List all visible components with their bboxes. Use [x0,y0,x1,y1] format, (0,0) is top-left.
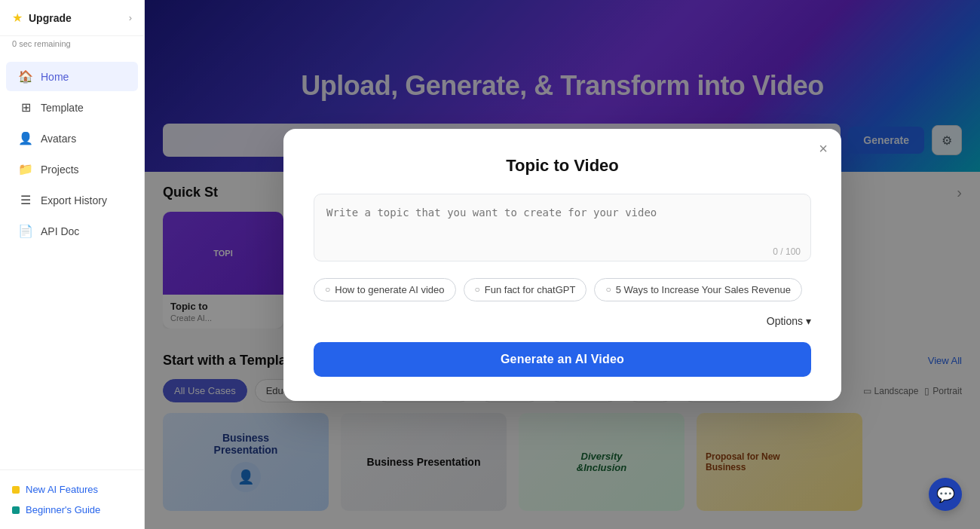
chat-icon: 💬 [936,485,955,503]
modal-title: Topic to Video [314,156,811,176]
sidebar-item-template[interactable]: ⊞ Template [6,93,138,122]
options-label: Options [767,315,803,327]
char-count: 0 / 100 [773,246,801,257]
sidebar-item-label-export-history: Export History [41,194,107,206]
sidebar-item-home[interactable]: 🏠 Home [6,62,138,91]
beginners-label: Beginner's Guide [26,504,100,515]
chip-label-ai-video: How to generate AI video [335,284,444,295]
chip-icon-ai-video: ○ [325,284,330,295]
avatars-icon: 👤 [18,131,33,145]
chip-sales[interactable]: ○ 5 Ways to Increase Your Sales Revenue [594,278,801,301]
modal-close-button[interactable]: × [819,141,828,156]
new-ai-label: New AI Features [26,484,98,495]
projects-icon: 📁 [18,162,33,176]
sidebar-bottom: New AI Features Beginner's Guide [0,469,144,529]
sidebar-item-label-projects: Projects [41,164,79,176]
sidebar-item-export-history[interactable]: ☰ Export History [6,185,138,215]
sidebar-item-avatars[interactable]: 👤 Avatars [6,124,138,153]
upgrade-label: Upgrade [29,12,72,24]
chip-ai-video[interactable]: ○ How to generate AI video [314,278,456,301]
textarea-wrapper: 0 / 100 [314,194,811,264]
new-ai-dot [12,486,20,494]
sidebar-item-api-doc[interactable]: 📄 API Doc [6,216,138,246]
chip-label-chatgpt: Fun fact for chatGPT [485,284,576,295]
export-history-icon: ☰ [18,193,33,207]
generate-video-button[interactable]: Generate an AI Video [314,342,811,377]
beginners-guide-link[interactable]: Beginner's Guide [12,500,132,520]
chat-bubble-button[interactable]: 💬 [929,478,962,511]
chevron-down-icon: ▾ [806,315,811,327]
template-icon: ⊞ [18,100,33,115]
suggestion-chips: ○ How to generate AI video ○ Fun fact fo… [314,278,811,301]
chip-icon-sales: ○ [605,284,611,295]
sidebar-item-label-api-doc: API Doc [41,225,79,237]
sidebar-item-label-template: Template [41,102,84,114]
options-row: Options ▾ [314,315,811,327]
sidebar-nav: 🏠 Home ⊞ Template 👤 Avatars 📁 Projects ☰… [0,54,144,469]
time-remaining: 0 sec remaining [0,36,144,54]
chip-icon-chatgpt: ○ [475,284,480,295]
star-icon: ★ [12,11,23,25]
sidebar-item-projects[interactable]: 📁 Projects [6,154,138,184]
chip-chatgpt[interactable]: ○ Fun fact for chatGPT [464,278,587,301]
new-ai-features-link[interactable]: New AI Features [12,479,132,500]
beginners-dot [12,506,20,514]
topic-to-video-modal: × Topic to Video 0 / 100 ○ How to genera… [283,129,841,401]
modal-overlay: × Topic to Video 0 / 100 ○ How to genera… [145,0,980,529]
sidebar: ★ Upgrade › 0 sec remaining 🏠 Home ⊞ Tem… [0,0,145,529]
api-doc-icon: 📄 [18,224,33,238]
page-wrapper: Upload, Generate, & Transform into Video… [145,0,980,529]
sidebar-item-label-home: Home [41,71,69,83]
upgrade-left: ★ Upgrade [12,11,72,25]
options-button[interactable]: Options ▾ [767,315,811,327]
chevron-right-icon: › [129,12,132,23]
upgrade-button[interactable]: ★ Upgrade › [0,0,144,36]
sidebar-item-label-avatars: Avatars [41,133,76,145]
home-icon: 🏠 [18,69,33,84]
chip-label-sales: 5 Ways to Increase Your Sales Revenue [616,284,791,295]
topic-textarea[interactable] [314,194,811,261]
